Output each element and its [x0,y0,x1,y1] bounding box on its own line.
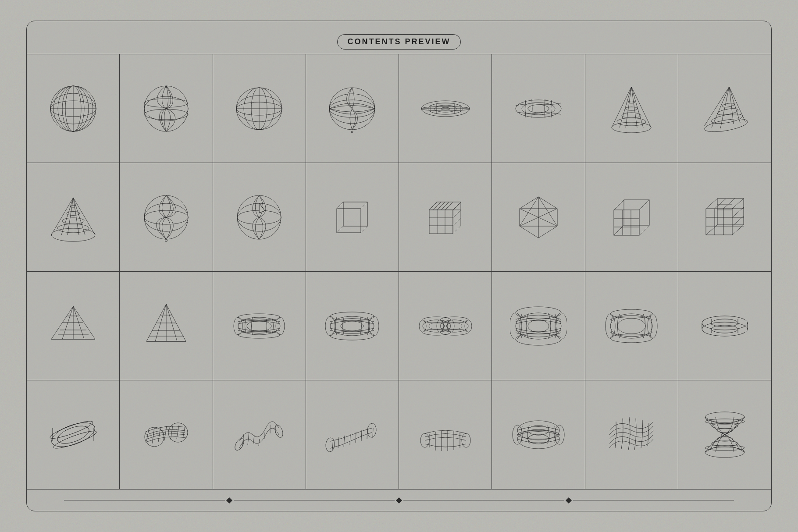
grid-cell-sphere-pinched [120,54,213,163]
svg-point-54 [722,102,734,108]
svg-line-79 [361,202,367,209]
sphere-grid-icon [45,80,102,137]
disc-twist-icon [510,80,567,137]
grid-cell-cylinder-bent [306,380,399,489]
grid-cell-cylinder-knot [213,380,306,489]
grid-cell-disc-flat [399,54,492,163]
grid-cell-torus-linked [399,272,492,380]
svg-line-140 [62,306,73,339]
title-area: CONTENTS PREVIEW [337,34,460,50]
svg-line-111 [639,200,649,210]
cylinder-bent-icon [324,406,381,463]
sphere-squish-icon [231,80,288,137]
grid-cell-torus-medium [306,272,399,380]
sphere-pinched-icon [138,80,195,137]
svg-line-66 [61,198,73,235]
svg-line-113 [614,225,624,235]
svg-line-123 [706,225,717,235]
bottom-line-2 [234,500,395,500]
grid-cell-cone-open [27,163,120,272]
disc-flat-icon [417,80,474,137]
cube-open-icon [603,189,660,246]
svg-line-112 [639,225,649,235]
torus-medium-icon [324,298,381,355]
svg-point-186 [617,318,645,334]
svg-point-10 [144,109,188,120]
svg-point-73 [165,239,167,241]
svg-line-110 [614,200,624,210]
svg-rect-118 [706,209,732,235]
svg-point-65 [70,206,76,207]
bottom-line-4 [573,500,734,500]
svg-point-44 [628,101,635,103]
svg-line-232 [361,430,362,441]
cone-open-icon [45,189,102,246]
svg-line-120 [706,199,717,209]
svg-point-204 [52,428,98,451]
svg-point-51 [704,116,749,134]
grid-cell-pyramid-flat [27,272,120,380]
ring-flat-icon [696,298,753,355]
cube-solid-icon [696,189,753,246]
grid-cell-cube-open [585,163,678,272]
grid-cell-ring-flat [678,272,771,380]
cone-upright-icon [603,80,660,137]
svg-point-207 [141,423,167,450]
svg-line-93 [441,202,449,210]
svg-line-92 [433,202,441,210]
svg-line-132 [732,207,744,217]
svg-line-228 [338,437,339,448]
svg-point-43 [625,107,638,110]
cylinder-knot-icon [231,406,288,463]
ring-angled-icon [45,406,102,463]
svg-point-208 [164,419,191,446]
svg-line-210 [152,428,154,443]
svg-line-68 [73,198,79,235]
svg-line-56 [720,87,729,128]
sphere-vortex-icon [138,189,195,246]
grid-cell-cube-rotated [492,163,585,272]
svg-line-89 [429,202,437,210]
svg-line-91 [445,202,453,210]
grid-cell-ring-angled [27,380,120,489]
svg-point-63 [62,218,84,224]
svg-line-78 [337,202,343,209]
svg-point-201 [48,418,98,452]
preview-card: CONTENTS PREVIEW [26,21,772,511]
grid-cell-torus-small [213,272,306,380]
pyramid-flat-icon [45,298,102,355]
svg-point-191 [702,322,748,336]
svg-line-141 [73,306,84,339]
svg-point-225 [325,437,335,452]
grid-cell-sphere-squish [213,54,306,163]
svg-point-247 [517,430,559,439]
grid-cell-torus-large [492,272,585,380]
svg-point-53 [717,107,738,116]
grid-cell-disc-twist [492,54,585,163]
svg-line-58 [729,87,740,123]
grid-cell-hourglass [678,380,771,489]
torus-thin-icon [603,298,660,355]
svg-point-40 [612,122,651,133]
sphere-warp-icon [324,80,381,137]
sphere-notch-icon [231,189,288,246]
svg-point-217 [273,424,284,439]
svg-line-122 [732,225,744,235]
svg-point-156 [247,321,271,331]
svg-line-229 [344,436,345,447]
hourglass-icon [696,406,753,463]
svg-line-129 [723,199,735,209]
cube-multi-icon [417,189,474,246]
grid-cell-pyramid-tall [120,272,213,380]
svg-line-90 [437,202,445,210]
svg-point-184 [555,313,567,339]
svg-line-99 [538,209,557,217]
grid-cell-torus-donut [492,380,585,489]
cylinder-straight-icon [417,406,474,463]
bottom-line-1 [64,500,225,500]
torus-small-icon [231,298,288,355]
svg-point-162 [341,321,363,331]
svg-point-203 [49,418,94,441]
grid-cell-sphere-warp [306,54,399,163]
svg-point-194 [712,325,738,333]
